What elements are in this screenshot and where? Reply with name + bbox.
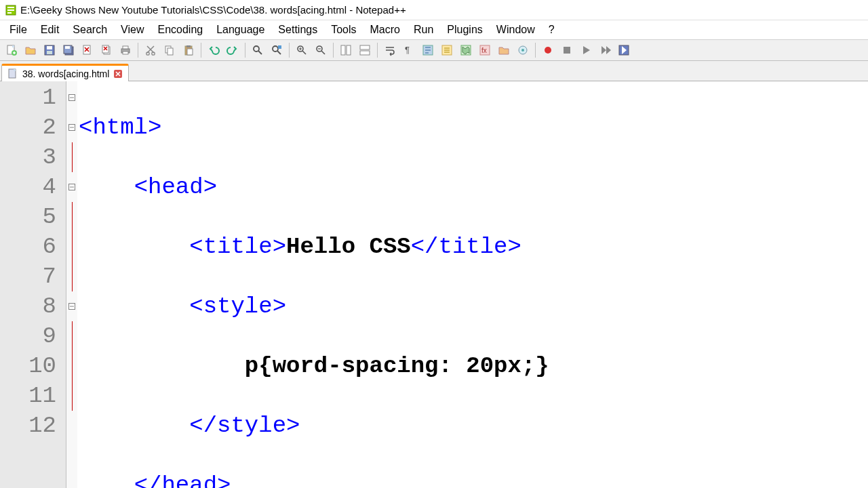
svg-rect-5: [12, 45, 14, 47]
svg-rect-15: [102, 45, 108, 53]
code-text: <head>: [134, 174, 217, 200]
toolbar-separator: [138, 43, 138, 58]
menu-bar: File Edit Search View Encoding Language …: [0, 20, 868, 39]
menu-encoding[interactable]: Encoding: [151, 21, 210, 39]
file-icon: [7, 68, 18, 79]
svg-point-42: [521, 49, 524, 52]
toolbar-separator: [201, 43, 201, 58]
svg-text:fx: fx: [481, 47, 487, 54]
svg-rect-1: [7, 7, 14, 8]
menu-language[interactable]: Language: [210, 21, 271, 39]
svg-rect-22: [167, 48, 173, 55]
line-number: 3: [0, 142, 56, 172]
menu-search[interactable]: Search: [66, 21, 114, 39]
tab-label: 38. words[acing.html: [22, 68, 109, 79]
line-number: 10: [0, 351, 56, 381]
fold-guide: [72, 321, 73, 351]
svg-rect-2: [7, 9, 14, 11]
open-file-button[interactable]: [22, 41, 39, 59]
line-number: 12: [0, 411, 56, 441]
tab-bar: 38. words[acing.html: [0, 61, 868, 81]
tab-close-icon[interactable]: [113, 69, 123, 79]
print-button[interactable]: [117, 41, 134, 59]
function-list-button[interactable]: fx: [476, 41, 494, 59]
menu-macro[interactable]: Macro: [363, 21, 407, 39]
wordwrap-button[interactable]: [381, 41, 399, 59]
save-button[interactable]: [41, 41, 58, 59]
menu-plugins[interactable]: Plugins: [440, 21, 489, 39]
close-all-button[interactable]: [98, 41, 115, 59]
svg-rect-25: [187, 49, 193, 55]
svg-point-27: [273, 46, 278, 52]
code-text: </title>: [411, 234, 521, 260]
svg-rect-3: [7, 12, 12, 14]
code-area[interactable]: <html> <head> <title>Hello CSS</title> <…: [77, 81, 868, 488]
play-button[interactable]: [577, 41, 595, 59]
copy-button[interactable]: [161, 41, 178, 59]
line-number: 11: [0, 381, 56, 411]
fold-toggle-icon[interactable]: [68, 303, 75, 310]
folder-button[interactable]: [495, 41, 513, 59]
show-all-chars-button[interactable]: ¶: [400, 41, 418, 59]
fold-toggle-icon[interactable]: [68, 124, 75, 131]
fold-toggle-icon[interactable]: [68, 184, 75, 190]
svg-rect-9: [47, 51, 52, 54]
title-bar: E:\Geeky Shows New Youtube Tutorials\CSS…: [0, 0, 868, 20]
line-number: 8: [0, 291, 56, 321]
menu-settings[interactable]: Settings: [271, 21, 324, 39]
replace-button[interactable]: [268, 41, 285, 59]
stop-button[interactable]: [558, 41, 576, 59]
udl-button[interactable]: [438, 41, 456, 59]
toolbar-separator: [289, 43, 290, 58]
line-number: 4: [0, 172, 56, 202]
find-button[interactable]: [249, 41, 267, 59]
paste-button[interactable]: [180, 41, 197, 59]
save-macro-button[interactable]: [615, 41, 633, 59]
close-button[interactable]: [79, 41, 96, 59]
svg-rect-32: [347, 45, 351, 55]
code-text: <html>: [79, 115, 161, 140]
line-number: 2: [0, 113, 56, 142]
cut-button[interactable]: [142, 41, 159, 59]
code-text: Hello CSS: [286, 234, 411, 260]
zoom-in-button[interactable]: [293, 41, 311, 59]
indent-guide-button[interactable]: [419, 41, 437, 59]
line-number-gutter: 1 2 3 4 5 6 7 8 9 10 11 12: [0, 81, 66, 488]
svg-point-26: [254, 46, 259, 52]
menu-view[interactable]: View: [114, 21, 151, 39]
code-text: <style>: [189, 293, 286, 319]
doc-map-button[interactable]: [457, 41, 475, 59]
fold-guide: [72, 381, 73, 411]
tab-active[interactable]: 38. words[acing.html: [1, 64, 129, 81]
menu-window[interactable]: Window: [490, 21, 542, 39]
line-number: 9: [0, 321, 56, 351]
sync-h-button[interactable]: [356, 41, 374, 59]
menu-run[interactable]: Run: [407, 21, 440, 39]
menu-edit[interactable]: Edit: [34, 21, 66, 39]
new-file-button[interactable]: [3, 41, 20, 59]
svg-rect-34: [360, 51, 370, 55]
fold-guide: [72, 262, 73, 291]
toolbar-separator: [535, 43, 536, 58]
playloop-button[interactable]: [596, 41, 614, 59]
record-button[interactable]: [539, 41, 557, 59]
svg-rect-33: [360, 45, 370, 49]
svg-rect-12: [65, 46, 70, 49]
fold-toggle-icon[interactable]: [68, 94, 75, 101]
redo-button[interactable]: [224, 41, 241, 59]
save-all-button[interactable]: [60, 41, 77, 59]
toolbar: ¶ fx: [0, 39, 868, 61]
menu-tools[interactable]: Tools: [324, 21, 363, 39]
code-editor[interactable]: 1 2 3 4 5 6 7 8 9 10 11 12 <html> <head>…: [0, 81, 868, 488]
menu-file[interactable]: File: [3, 21, 34, 39]
menu-help[interactable]: ?: [542, 21, 561, 39]
zoom-out-button[interactable]: [312, 41, 330, 59]
line-number: 6: [0, 232, 56, 262]
svg-rect-17: [123, 46, 128, 49]
code-text: </head>: [134, 472, 231, 488]
fold-guide: [72, 351, 73, 381]
undo-button[interactable]: [205, 41, 222, 59]
sync-v-button[interactable]: [337, 41, 355, 59]
monitor-button[interactable]: [514, 41, 532, 59]
svg-rect-8: [47, 46, 52, 49]
